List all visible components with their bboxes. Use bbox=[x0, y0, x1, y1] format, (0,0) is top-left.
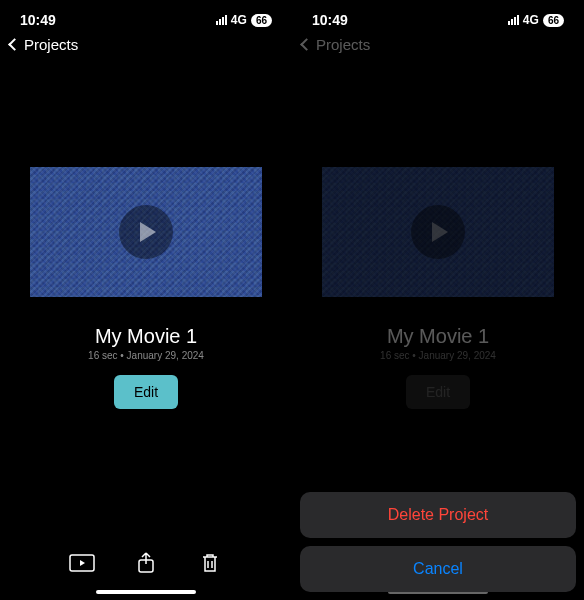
status-right: 4G 66 bbox=[508, 13, 564, 27]
phone-screen-right: 10:49 4G 66 Projects My Movie 1 16 sec •… bbox=[292, 0, 584, 600]
movie-title: My Movie 1 bbox=[20, 325, 272, 348]
battery-icon: 66 bbox=[251, 14, 272, 27]
home-indicator[interactable] bbox=[96, 590, 196, 594]
movie-subtitle: 16 sec • January 29, 2024 bbox=[20, 350, 272, 361]
content: My Movie 1 16 sec • January 29, 2024 Edi… bbox=[0, 167, 292, 409]
movie-thumbnail[interactable] bbox=[30, 167, 262, 297]
status-right: 4G 66 bbox=[216, 13, 272, 27]
cancel-button[interactable]: Cancel bbox=[300, 546, 576, 592]
signal-icon bbox=[216, 15, 227, 25]
share-icon[interactable] bbox=[132, 552, 160, 574]
phone-screen-left: 10:49 4G 66 Projects My Movie 1 16 sec •… bbox=[0, 0, 292, 600]
signal-icon bbox=[508, 15, 519, 25]
back-button[interactable]: Projects bbox=[0, 32, 292, 57]
network-label: 4G bbox=[523, 13, 539, 27]
back-label: Projects bbox=[24, 36, 78, 53]
edit-button[interactable]: Edit bbox=[114, 375, 178, 409]
play-button[interactable] bbox=[119, 205, 173, 259]
play-button bbox=[411, 205, 465, 259]
back-label: Projects bbox=[316, 36, 370, 53]
play-icon bbox=[140, 222, 156, 242]
movie-thumbnail bbox=[322, 167, 554, 297]
trash-icon[interactable] bbox=[196, 552, 224, 574]
play-rect-icon[interactable] bbox=[68, 552, 96, 574]
movie-title: My Movie 1 bbox=[312, 325, 564, 348]
delete-project-button[interactable]: Delete Project bbox=[300, 492, 576, 538]
status-bar: 10:49 4G 66 bbox=[0, 0, 292, 32]
chevron-left-icon bbox=[300, 38, 313, 51]
status-time: 10:49 bbox=[20, 12, 56, 28]
bottom-toolbar bbox=[0, 552, 292, 584]
network-label: 4G bbox=[231, 13, 247, 27]
status-bar: 10:49 4G 66 bbox=[292, 0, 584, 32]
play-icon bbox=[432, 222, 448, 242]
movie-subtitle: 16 sec • January 29, 2024 bbox=[312, 350, 564, 361]
content: My Movie 1 16 sec • January 29, 2024 Edi… bbox=[292, 167, 584, 409]
chevron-left-icon bbox=[8, 38, 21, 51]
back-button: Projects bbox=[292, 32, 584, 57]
status-time: 10:49 bbox=[312, 12, 348, 28]
battery-icon: 66 bbox=[543, 14, 564, 27]
action-sheet: Delete Project Cancel bbox=[300, 492, 576, 592]
edit-button: Edit bbox=[406, 375, 470, 409]
